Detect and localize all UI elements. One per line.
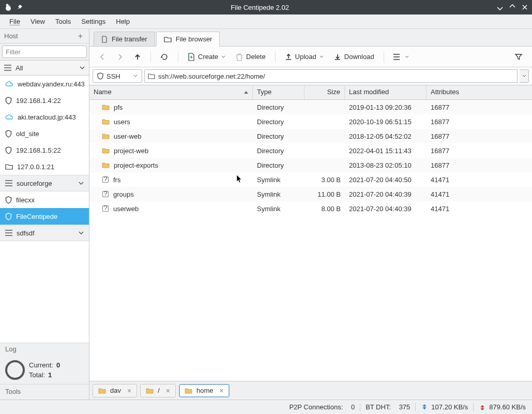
svg-text:?: ? [103, 205, 107, 212]
sidebar: Host + All webdav.yandex.ru:443192.168.1… [0, 29, 89, 400]
svg-rect-2 [9, 5, 10, 6]
chevron-down-icon [80, 66, 85, 70]
table-row[interactable]: project-exportsDirectory2013-08-23 02:05… [89, 158, 532, 172]
folder-icon [102, 147, 110, 154]
table-row[interactable]: ?groupsSymlink11.00 B2021-07-20 04:40:39… [89, 187, 532, 201]
tabs-bottom: dav×/×home× [89, 381, 532, 400]
titlebar: File Centipede 2.02 [0, 0, 532, 14]
col-attributes[interactable]: Attributes [427, 85, 532, 99]
host-item[interactable]: 127.0.0.1:21 [0, 158, 89, 175]
table-row[interactable]: pfsDirectory2019-01-13 09:20:3616877 [89, 100, 532, 114]
maximize-button[interactable] [509, 4, 515, 10]
burger-icon [5, 230, 12, 236]
all-label: All [16, 64, 23, 72]
symlink-icon: ? [102, 205, 109, 212]
col-type[interactable]: Type [253, 85, 305, 99]
bottom-tab[interactable]: /× [140, 384, 176, 397]
tools-label[interactable]: Tools [0, 384, 89, 400]
pin-icon[interactable] [17, 4, 23, 10]
svg-text:?: ? [103, 190, 107, 197]
host-item[interactable]: sourceforge [0, 175, 89, 191]
folder-icon [146, 388, 154, 394]
add-host-button[interactable]: + [76, 32, 85, 41]
location-bar: SSH ssh://web.sourceforge.net:22/home/ [89, 67, 532, 85]
chevron-down-icon [79, 231, 84, 235]
host-item[interactable]: 192.168.1.4:22 [0, 92, 89, 109]
window-title: File Centipede 2.02 [23, 4, 497, 11]
nav-back-button[interactable] [95, 51, 110, 63]
download-icon [421, 404, 428, 411]
folder-icon [98, 388, 106, 394]
refresh-button[interactable] [156, 51, 173, 63]
bottom-tab[interactable]: home× [179, 384, 230, 397]
close-button[interactable] [522, 4, 528, 10]
upload-button[interactable]: Upload [281, 51, 328, 63]
filter-input[interactable] [2, 46, 87, 58]
log-label[interactable]: Log [0, 343, 89, 356]
menu-file[interactable]: File [4, 16, 25, 27]
folder-icon [102, 162, 110, 168]
host-label: Host [4, 32, 76, 40]
col-name[interactable]: Name [89, 85, 253, 99]
symlink-icon: ? [102, 190, 109, 198]
status-download-speed: 107.20 KB/s [421, 403, 468, 411]
filter-button[interactable] [510, 51, 527, 63]
folder-icon [102, 133, 110, 139]
view-mode-button[interactable] [389, 52, 413, 62]
shield-icon [5, 146, 12, 154]
host-item[interactable]: FileCentipede [0, 208, 89, 225]
shield-icon [97, 72, 103, 80]
table-row[interactable]: usersDirectory2020-10-19 06:51:1516877 [89, 114, 532, 129]
download-button[interactable]: Download [330, 51, 378, 63]
shield-icon [5, 130, 12, 138]
menu-view[interactable]: View [25, 16, 50, 27]
table-row[interactable]: project-webDirectory2022-04-01 15:11:431… [89, 143, 532, 158]
status-p2p: P2P Connections: 0 [289, 403, 355, 411]
menu-settings[interactable]: Settings [76, 16, 111, 27]
shield-icon [5, 97, 12, 105]
shield-icon [5, 213, 12, 220]
nav-up-button[interactable] [130, 51, 145, 63]
tab-file-browser[interactable]: File browser [156, 32, 220, 47]
doc-icon [101, 36, 108, 43]
folder-icon [102, 119, 110, 125]
close-tab-icon[interactable]: × [166, 387, 170, 395]
minimize-button[interactable] [497, 4, 503, 10]
host-group-all[interactable]: All [0, 60, 89, 76]
status-upload-speed: 879.60 KB/s [479, 403, 526, 411]
path-input[interactable]: ssh://web.sourceforge.net:22/home/ [144, 69, 518, 83]
nav-forward-button[interactable] [112, 51, 128, 63]
menu-tools[interactable]: Tools [50, 16, 76, 27]
host-item[interactable]: sdfsdf [0, 225, 89, 241]
shield-icon [5, 196, 12, 204]
table-row[interactable]: user-webDirectory2018-12-05 04:52:021687… [89, 129, 532, 143]
col-modified[interactable]: Last modified [345, 85, 427, 99]
upload-icon [479, 404, 486, 411]
close-tab-icon[interactable]: × [127, 387, 131, 395]
delete-button[interactable]: Delete [232, 51, 270, 63]
close-tab-icon[interactable]: × [220, 387, 224, 395]
host-item[interactable]: old_site [0, 125, 89, 142]
statusbar: P2P Connections: 0 BT DHT: 375 107.20 KB… [0, 400, 532, 414]
create-button[interactable]: Create [184, 51, 230, 63]
protocol-select[interactable]: SSH [93, 69, 142, 83]
symlink-icon: ? [102, 176, 109, 183]
host-item[interactable]: filecxx [0, 191, 89, 208]
folder-icon [185, 388, 192, 394]
table-row[interactable]: ?frsSymlink3.00 B2021-07-20 04:40:504147… [89, 172, 532, 187]
chevron-down-icon [133, 75, 138, 78]
table-row[interactable]: ?userwebSymlink8.00 B2021-07-20 04:40:39… [89, 201, 532, 216]
folder-icon [5, 164, 13, 170]
host-item[interactable]: 192.168.1.5:22 [0, 142, 89, 158]
menu-help[interactable]: Help [111, 16, 135, 27]
folder-icon [102, 104, 110, 110]
tabs-top: File transferFile browser [89, 29, 532, 47]
cloud-icon [5, 81, 13, 87]
path-history-button[interactable] [520, 69, 529, 83]
col-size[interactable]: Size [305, 85, 345, 99]
tab-file-transfer[interactable]: File transfer [94, 32, 155, 46]
status-bt-dht: BT DHT: 375 [366, 403, 410, 411]
host-item[interactable]: webdav.yandex.ru:443 [0, 76, 89, 92]
host-item[interactable]: aki.teracloud.jp:443 [0, 109, 89, 125]
bottom-tab[interactable]: dav× [93, 384, 137, 397]
